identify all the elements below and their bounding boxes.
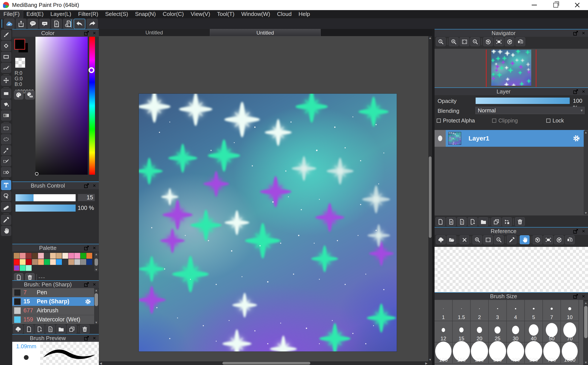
download-brush-button[interactable] (13, 325, 23, 334)
layer-row[interactable]: Layer1 (435, 130, 585, 147)
palette-swatch[interactable] (20, 259, 26, 265)
hue-slider[interactable] (89, 37, 95, 175)
palette-swatch[interactable] (68, 259, 74, 265)
brush-size-cell[interactable]: 70 (561, 321, 579, 343)
scroll-down-icon[interactable]: ▼ (584, 211, 588, 215)
duplicate-brush-button[interactable] (67, 325, 77, 334)
palette-mode-button[interactable] (14, 91, 23, 99)
menu-item-window[interactable]: Window(W) (238, 10, 274, 18)
ref-rotate-reset-button[interactable] (543, 235, 553, 244)
hue-indicator[interactable] (89, 67, 94, 73)
brush-row[interactable]: 159Watercolor (Wet) (12, 315, 94, 324)
palette-swatch[interactable] (38, 259, 44, 265)
palette-swatch[interactable] (50, 253, 56, 259)
popout-icon[interactable] (83, 281, 90, 288)
palette-swatch[interactable] (50, 259, 56, 265)
brush-row[interactable]: 677Airbrush (12, 306, 94, 315)
close-panel-icon[interactable] (92, 184, 96, 188)
brush-size-cell[interactable]: 25 (489, 321, 507, 343)
close-panel-icon[interactable] (92, 246, 96, 250)
scroll-thumb[interactable] (584, 306, 588, 338)
brush-size-cell[interactable]: 15 (453, 321, 471, 343)
palette-swatch[interactable] (14, 259, 20, 265)
scroll-right-icon[interactable]: ▶ (425, 362, 428, 365)
popout-icon[interactable] (573, 293, 579, 300)
ref-zoom-out-button[interactable] (494, 235, 504, 244)
brush-size-cell[interactable]: 400 (507, 343, 525, 364)
popout-icon[interactable] (83, 245, 90, 251)
brush-size-cell[interactable]: 700 (543, 343, 561, 364)
close-panel-icon[interactable] (581, 229, 585, 233)
menu-item-select[interactable]: Select(S) (102, 10, 132, 18)
palette-swatch[interactable] (44, 253, 50, 259)
zoom-100-button[interactable] (436, 37, 446, 46)
zoom-out-button[interactable] (470, 37, 480, 46)
brush-size-cell[interactable]: 500 (525, 343, 543, 364)
comment-dots-button[interactable] (28, 19, 38, 29)
ref-eyedropper-button[interactable] (507, 235, 517, 244)
minimize-button[interactable] (524, 0, 545, 10)
select-pen-tool[interactable] (1, 156, 11, 166)
close-panel-icon[interactable] (581, 90, 585, 93)
brush-size-cell[interactable]: 150 (453, 343, 471, 364)
palette-swatch[interactable] (44, 259, 50, 265)
script-brush-button[interactable] (45, 325, 55, 334)
canvas-vertical-scrollbar[interactable]: ▲ ▼ (428, 36, 432, 361)
magic-wand-tool[interactable] (1, 145, 11, 155)
share-button[interactable] (16, 19, 26, 29)
scroll-left-icon[interactable]: ◀ (99, 362, 102, 365)
workspace[interactable] (99, 36, 428, 361)
eraser-tool[interactable] (1, 41, 11, 51)
popout-icon[interactable] (83, 335, 90, 341)
hand-tool[interactable] (1, 226, 11, 236)
popout-icon[interactable] (573, 30, 579, 36)
brush-size-cell[interactable]: 4 (507, 300, 525, 321)
select-eraser-tool[interactable] (1, 167, 11, 177)
ref-flip-button[interactable] (565, 235, 575, 244)
palette-swatch[interactable] (26, 259, 32, 265)
comment-button[interactable] (39, 19, 50, 29)
brush-size-cell[interactable]: 10 (561, 300, 579, 321)
palette-swatch[interactable] (86, 253, 92, 259)
close-panel-icon[interactable] (92, 336, 96, 340)
canvas-document[interactable] (139, 93, 397, 352)
palette-swatch[interactable] (80, 259, 86, 265)
delete-layer-button[interactable] (515, 217, 525, 226)
layer-visibility-toggle[interactable] (435, 130, 446, 147)
brush-folder-button[interactable] (56, 325, 66, 334)
rotate-reset-button[interactable] (494, 37, 504, 46)
sv-indicator[interactable] (35, 172, 38, 175)
reference-canvas[interactable] (435, 247, 588, 293)
close-button[interactable] (567, 0, 588, 10)
brush-tool[interactable] (1, 30, 11, 40)
divide-tool[interactable] (1, 202, 11, 212)
layer-scrollbar[interactable]: ▲ ▼ (584, 131, 588, 215)
close-panel-icon[interactable] (92, 282, 96, 286)
scroll-thumb[interactable] (95, 259, 98, 266)
brush-settings-gear-icon[interactable] (84, 298, 92, 305)
palette-bar-mode-button[interactable] (25, 91, 35, 99)
add-layer-menu-button[interactable] (468, 217, 478, 226)
foreground-color-swatch[interactable] (14, 39, 25, 50)
text-tool[interactable] (1, 180, 11, 190)
brush-size-cell[interactable]: 1000 (561, 343, 579, 364)
scroll-down-icon[interactable]: ▼ (428, 358, 432, 361)
scroll-up-icon[interactable]: ▲ (94, 288, 99, 292)
document-tab-1[interactable]: Untitled (99, 29, 210, 36)
brush-size-cell[interactable]: 40 (525, 321, 543, 343)
brush-size-cell[interactable]: 20 (471, 321, 489, 343)
cloud-sync-button[interactable] (4, 19, 15, 29)
layer-settings-gear-icon[interactable] (572, 134, 581, 143)
popout-icon[interactable] (573, 88, 579, 95)
palette-swatch[interactable] (74, 259, 80, 265)
palette-swatch[interactable] (56, 253, 62, 259)
clipping-checkbox[interactable]: Clipping (492, 118, 518, 124)
brush-size-scrollbar[interactable]: ▲ ▼ (584, 301, 588, 364)
eyedropper-tool[interactable] (1, 215, 11, 225)
menu-item-edit[interactable]: Edit(E) (23, 10, 47, 18)
close-panel-icon[interactable] (581, 31, 585, 35)
merge-layer-button[interactable] (502, 217, 512, 226)
scroll-up-icon[interactable]: ▲ (584, 131, 588, 134)
ref-rotate-cw-button[interactable] (554, 235, 564, 244)
delete-brush-button[interactable] (80, 325, 90, 334)
